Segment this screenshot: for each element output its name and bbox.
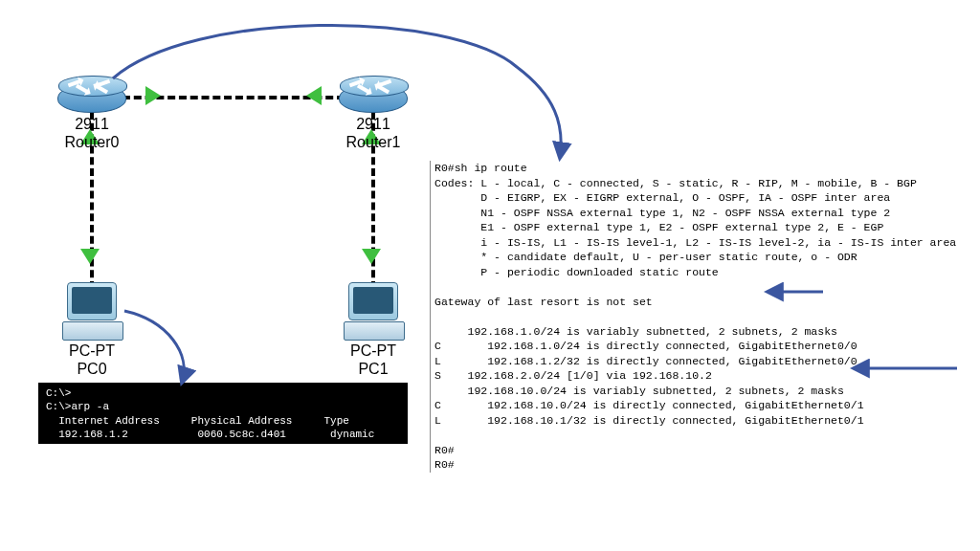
router1-icon[interactable] <box>339 84 408 113</box>
pc1-label: PC-PTPC1 <box>325 342 421 378</box>
pc0-icon[interactable] <box>67 282 117 320</box>
router0-icon[interactable] <box>57 84 126 113</box>
term-line: C:\> <box>46 386 400 400</box>
router1-label: 2911Router1 <box>325 115 421 151</box>
term-line: C:\>arp -a <box>46 400 400 413</box>
link-up-icon <box>362 249 381 264</box>
link-up-icon <box>80 249 100 264</box>
pc0-label: PC-PTPC0 <box>44 342 140 378</box>
pc1-icon[interactable] <box>348 282 398 320</box>
router-cli-output: R0#sh ip route Codes: L - local, C - con… <box>430 161 970 473</box>
link-up-icon <box>145 86 161 105</box>
term-line: 192.168.1.2 0060.5c8c.d401 dynamic <box>46 428 400 441</box>
link-up-icon <box>306 86 322 105</box>
pc0-terminal: C:\> C:\>arp -a Internet Address Physica… <box>38 383 408 444</box>
router0-label: 2911Router0 <box>44 115 140 151</box>
term-line: Internet Address Physical Address Type <box>46 414 400 428</box>
